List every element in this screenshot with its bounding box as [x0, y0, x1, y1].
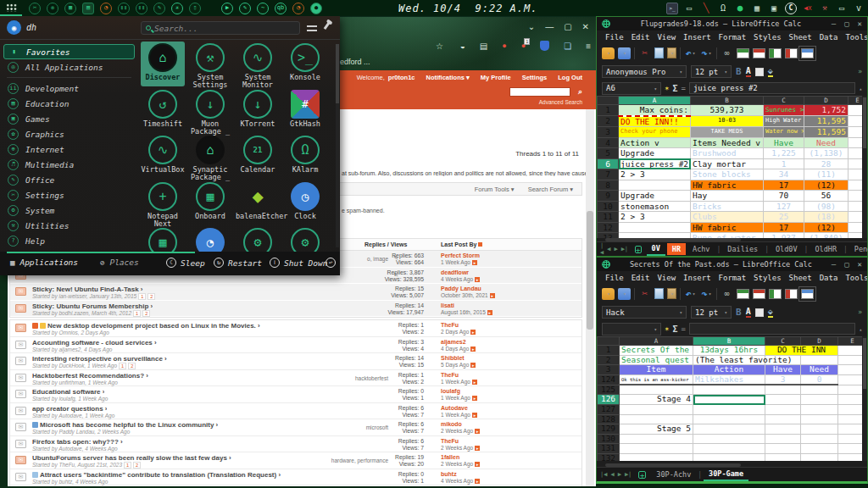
app-tile-discover[interactable]: ⌂Discover [141, 42, 185, 86]
thread-title[interactable]: Sticky: New! Ubuntu Find-A-Task › [32, 286, 143, 293]
cell[interactable]: 34 [764, 169, 804, 180]
window-list-icon[interactable]: ▭ [683, 3, 695, 14]
menu-sheet[interactable]: Sheet [789, 33, 812, 42]
thread-row[interactable]: ✉Interesting retrospective on surveillan… [10, 353, 581, 370]
font-size-combo[interactable]: 12 pt▾ [691, 306, 732, 319]
close-icon[interactable]: ✕ [582, 22, 589, 31]
sheet-nav-icon[interactable]: ▶| [625, 471, 632, 478]
thread-title[interactable]: Educational software › [32, 388, 104, 396]
thread-row[interactable]: ✉It Is My Birthday ›Started by DeadlyAur… [10, 485, 581, 486]
goto-post-icon[interactable]: ▸ [475, 429, 480, 434]
col-header-C[interactable]: C [764, 97, 804, 105]
sum-icon[interactable]: Σ [672, 324, 677, 334]
cell[interactable] [693, 424, 765, 435]
col-header-D[interactable]: D [804, 97, 849, 105]
page-badge[interactable]: 1 [138, 293, 146, 300]
camera-shutter-icon[interactable]: ✳ [171, 3, 183, 14]
blocker-icon[interactable]: ●1 [521, 42, 526, 50]
font-name-combo[interactable]: Anonymous Pro▾ [602, 65, 687, 78]
cell[interactable] [801, 424, 838, 435]
tab-chevron-icon[interactable]: ⌄ [528, 22, 535, 31]
calc-titlebar[interactable]: Secrets Of the Past.ods — LibreOffice Ca… [597, 258, 867, 271]
function-wizard-icon[interactable]: ✶ [665, 84, 669, 92]
cell[interactable] [619, 180, 691, 191]
cell[interactable] [765, 424, 801, 435]
cell[interactable]: Action [693, 365, 765, 375]
app-tile[interactable]: ⚙ [283, 226, 327, 252]
menu-scrollbar[interactable] [336, 44, 339, 247]
cell[interactable]: Secrets Of the P [620, 346, 693, 356]
calc-titlebar[interactable]: Flupgrades9-18.ods — LibreOffice Calc—▢✕ [597, 17, 867, 30]
save-icon[interactable] [618, 288, 631, 300]
open-icon[interactable] [602, 288, 615, 300]
scrollbar-thumb[interactable] [587, 211, 593, 330]
goto-post-icon[interactable]: ▸ [472, 260, 477, 265]
menu-styles[interactable]: Styles [754, 33, 782, 42]
thread-row[interactable]: ✉Microsoft has become helpful to the Lin… [10, 419, 581, 436]
cell[interactable]: Stage 4 [620, 395, 693, 405]
thread-row[interactable]: ✉app creator questions ›Started by Autod… [10, 403, 581, 420]
col-replies-views[interactable]: Replies / Views [364, 241, 407, 247]
last-post-user[interactable]: loulafg [441, 388, 477, 395]
app-tile-virtualbox[interactable]: ∿VirtualBox [141, 134, 185, 179]
app-launcher-button[interactable] [0, 0, 22, 16]
undo-icon[interactable]: ↶ [684, 47, 697, 59]
app-tile-synaptic-package-[interactable]: ⌂Synaptic Package _ [188, 134, 232, 179]
cell[interactable]: 1,937 [764, 233, 804, 239]
cell[interactable]: Need [801, 365, 838, 375]
last-post-user[interactable]: Perfect Storm [441, 252, 480, 259]
sheet-nav-icon[interactable]: |◀ [600, 471, 607, 478]
camera-icon[interactable]: ◉ [47, 3, 58, 14]
cell[interactable]: (1,840) [804, 233, 849, 239]
cell[interactable] [765, 434, 801, 444]
sheet-tab-0V[interactable]: 0V [647, 242, 665, 256]
cell[interactable]: Item [620, 365, 693, 375]
find-replace-icon[interactable]: ∞ [721, 47, 733, 59]
cell[interactable]: Milkshakes [693, 374, 765, 385]
thread-title[interactable]: Interesting retrospective on surveillanc… [32, 355, 167, 363]
thread-row[interactable]: ✉Hacktoberfest Recommendations? ›Started… [10, 370, 581, 387]
sidebar-item-system[interactable]: ⚙System [0, 202, 138, 218]
row-header-125[interactable]: 125 [598, 385, 620, 395]
font-size-combo[interactable]: 12 pt▾ [691, 65, 732, 78]
sheet-nav-icon[interactable]: ◀ [607, 246, 610, 252]
cell[interactable]: Bricks [691, 201, 764, 212]
function-wizard-icon[interactable]: ✶ [665, 324, 669, 333]
add-sheet-icon[interactable]: + [635, 246, 641, 253]
page-badge[interactable]: 1 [124, 462, 131, 469]
cell[interactable]: 2 > 3 [619, 212, 691, 223]
goto-post-icon[interactable]: ▸ [490, 293, 495, 298]
logout-button[interactable]: ↩ [326, 258, 336, 268]
app-tile-balenaetcher[interactable]: ◆balenaEtcher [236, 180, 280, 225]
cell[interactable]: 10-03 [691, 116, 764, 127]
formula-expand-icon[interactable]: ▴ [859, 326, 862, 332]
screenshot-scissors-icon[interactable]: ✂ [29, 3, 41, 14]
cell[interactable]: Action v [619, 137, 691, 148]
sheet-tab-Achv[interactable]: Achv [687, 243, 715, 255]
minimize-icon[interactable]: — [832, 19, 836, 28]
app-tile-gtkhash[interactable]: #GtkHash [283, 88, 327, 133]
last-post-user[interactable]: mikodo [441, 421, 480, 428]
cell[interactable] [693, 405, 765, 415]
menu-tools[interactable]: Tools [845, 33, 867, 42]
thread-title[interactable]: Attract users "backintime" contribute to… [32, 471, 281, 479]
last-post-user[interactable]: TheFu [441, 438, 480, 445]
firefox-icon[interactable]: ◔ [292, 3, 304, 14]
goto-post-icon[interactable]: ▸ [470, 347, 476, 352]
qbittorrent-icon[interactable]: qb [275, 3, 287, 14]
page-badge[interactable]: 2 [142, 310, 150, 317]
advanced-search-link[interactable]: Advanced Search [539, 99, 582, 105]
highlight-color-icon[interactable]: ⬙ [768, 307, 773, 318]
name-box[interactable]: A6▾ [602, 82, 661, 95]
menu-insert[interactable]: Insert [683, 274, 711, 282]
corner-header[interactable] [598, 97, 619, 105]
tab-applications[interactable]: ▦ Applications [10, 258, 78, 267]
cell[interactable] [801, 385, 838, 395]
cell[interactable]: 1,752 [804, 105, 849, 116]
sum-icon[interactable]: Σ [672, 84, 677, 93]
menu-tools[interactable]: Tools [845, 274, 867, 282]
goto-post-icon[interactable]: ▸ [475, 277, 480, 282]
cell[interactable] [693, 434, 765, 444]
calendar-tray-icon[interactable]: ▦ [64, 3, 76, 14]
v-scrollbar[interactable] [862, 336, 867, 461]
